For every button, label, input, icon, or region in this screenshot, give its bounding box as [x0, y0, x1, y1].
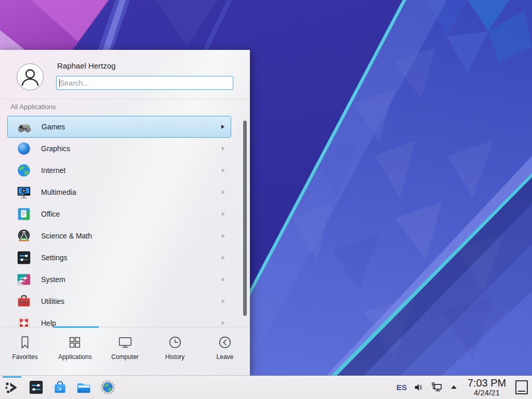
clock-time: 7:03 PM	[468, 378, 506, 389]
category-label: Office	[41, 210, 60, 218]
category-label: Internet	[41, 166, 65, 175]
discover-icon	[52, 379, 68, 395]
category-label: System	[41, 275, 65, 284]
category-label: Science & Math	[41, 232, 92, 240]
graphics-icon	[16, 141, 32, 156]
settings-icon	[16, 250, 32, 265]
kde-launcher-icon	[4, 379, 20, 395]
help-icon	[16, 315, 32, 327]
desktop: Raphael Hertzog All Applications	[0, 0, 532, 399]
category-row-help[interactable]: Help	[7, 312, 231, 327]
folder-icon	[76, 379, 92, 395]
tab-history[interactable]: History	[150, 327, 200, 376]
leave-icon	[217, 335, 233, 350]
user-icon	[18, 65, 42, 89]
submenu-arrow-icon	[222, 190, 225, 194]
section-label: All Applications	[0, 99, 250, 116]
category-row-utilities[interactable]: Utilities	[7, 290, 231, 312]
submenu-arrow-icon	[222, 256, 225, 260]
submenu-arrow-icon	[222, 168, 225, 172]
category-label: Multimedia	[41, 188, 76, 196]
submenu-arrow-icon	[222, 212, 225, 216]
user-name: Raphael Hertzog	[57, 61, 116, 70]
tab-label: Favorites	[12, 353, 37, 361]
text-caret	[59, 79, 60, 87]
network-icon[interactable]	[431, 381, 443, 394]
science-math-icon	[16, 228, 32, 244]
category-label: Graphics	[41, 144, 70, 153]
submenu-arrow-icon	[222, 321, 225, 325]
category-label: Utilities	[41, 297, 64, 305]
application-launcher-menu: Raphael Hertzog All Applications	[0, 50, 250, 376]
category-label: Help	[41, 319, 56, 327]
multimedia-icon	[16, 184, 32, 200]
application-launcher-button[interactable]	[2, 376, 22, 399]
office-icon	[16, 206, 32, 222]
taskbar: ES	[0, 376, 532, 399]
digital-clock[interactable]: 7:03 PM 4/24/21	[464, 378, 509, 397]
tray-expander-icon[interactable]	[449, 383, 458, 392]
category-row-science-math[interactable]: Science & Math	[7, 225, 231, 247]
bookmark-icon	[17, 335, 33, 350]
app-grid-icon	[67, 335, 83, 350]
category-row-settings[interactable]: Settings	[7, 247, 231, 269]
submenu-arrow-icon	[222, 234, 225, 238]
launcher-header: Raphael Hertzog	[0, 50, 250, 99]
category-label: Games	[42, 123, 65, 131]
app-category-list: Games Graphics	[0, 116, 250, 327]
discover-software-center-button[interactable]	[50, 376, 70, 399]
tab-label: History	[165, 353, 184, 361]
monitor-icon	[117, 335, 133, 350]
category-row-graphics[interactable]: Graphics	[7, 138, 231, 159]
file-manager-button[interactable]	[74, 376, 94, 399]
games-icon	[17, 119, 32, 135]
tab-separator	[0, 327, 250, 327]
category-row-system[interactable]: System	[7, 269, 231, 290]
launcher-tab-bar: Favorites Applications Computer	[0, 327, 250, 376]
submenu-arrow-icon	[222, 147, 225, 151]
submenu-arrow-icon	[221, 125, 224, 129]
category-row-games[interactable]: Games	[7, 116, 231, 138]
show-desktop-button[interactable]	[515, 380, 528, 394]
internet-icon	[16, 163, 32, 178]
keyboard-layout-indicator[interactable]: ES	[396, 383, 407, 392]
tab-favorites[interactable]: Favorites	[0, 327, 50, 376]
category-label: Settings	[41, 254, 68, 262]
system-settings-icon	[28, 379, 44, 395]
search-input[interactable]	[56, 76, 233, 90]
search-field[interactable]	[56, 76, 233, 90]
category-row-multimedia[interactable]: Multimedia	[7, 181, 231, 203]
tab-label: Applications	[58, 353, 92, 361]
submenu-arrow-icon	[222, 299, 225, 303]
scrollbar-thumb[interactable]	[243, 121, 247, 316]
user-avatar[interactable]	[17, 63, 44, 90]
tab-computer[interactable]: Computer	[100, 327, 150, 376]
system-icon	[16, 272, 32, 287]
tab-applications[interactable]: Applications	[50, 327, 100, 376]
category-row-internet[interactable]: Internet	[7, 159, 231, 181]
submenu-arrow-icon	[222, 277, 225, 282]
utilities-icon	[16, 294, 32, 309]
system-settings-button[interactable]	[26, 376, 46, 399]
tab-label: Leave	[217, 353, 234, 361]
volume-icon[interactable]	[414, 382, 424, 393]
clock-icon	[167, 335, 183, 350]
tab-label: Computer	[111, 353, 139, 361]
category-row-office[interactable]: Office	[7, 203, 231, 225]
web-browser-icon	[100, 379, 116, 395]
web-browser-button[interactable]	[98, 376, 117, 399]
clock-date: 4/24/21	[474, 389, 500, 397]
system-tray: ES	[396, 378, 528, 397]
active-tab-indicator	[53, 326, 99, 328]
tab-leave[interactable]: Leave	[200, 327, 250, 376]
